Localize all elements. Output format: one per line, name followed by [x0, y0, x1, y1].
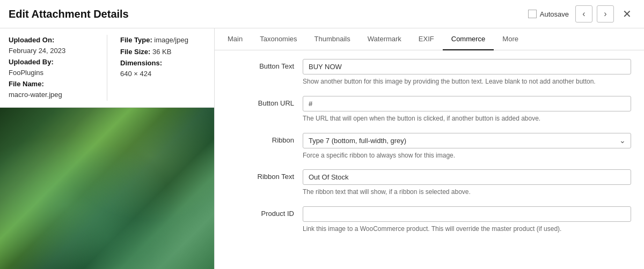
autosave-label: Autosave	[540, 10, 569, 18]
uploaded-by-row: Uploaded By: FooPlugins	[9, 57, 94, 78]
file-type-row: File Type: image/jpeg	[120, 35, 206, 46]
ribbon-select[interactable]: None Type 1 Type 2 Type 3 Type 4 Type 5 …	[303, 133, 631, 148]
file-type-label: File Type:	[120, 36, 152, 44]
button-url-wrap: The URL that will open when the button i…	[303, 96, 631, 123]
button-text-hint: Show another button for this image by pr…	[303, 77, 631, 86]
meta-section: Uploaded On: February 24, 2023 Uploaded …	[0, 28, 214, 108]
file-size-value: 36 KB	[152, 48, 171, 56]
form-content: Button Text Show another button for this…	[215, 50, 644, 269]
close-button[interactable]: ✕	[618, 5, 635, 23]
left-panel: Uploaded On: February 24, 2023 Uploaded …	[0, 28, 215, 269]
tab-main[interactable]: Main	[219, 28, 251, 50]
tabs-bar: Main Taxonomies Thumbnails Watermark EXI…	[215, 28, 644, 50]
image-preview	[0, 108, 214, 269]
prev-icon: ‹	[582, 9, 585, 19]
tab-taxonomies[interactable]: Taxonomies	[251, 28, 305, 50]
button-url-hint: The URL that will open when the button i…	[303, 114, 631, 123]
product-id-row: Product ID Link this image to a WooComme…	[228, 206, 631, 234]
page-title: Edit Attachment Details	[9, 8, 129, 20]
image-placeholder	[0, 108, 214, 269]
body-layout: Uploaded On: February 24, 2023 Uploaded …	[0, 28, 644, 269]
button-text-wrap: Show another button for this image by pr…	[303, 59, 631, 86]
tab-more[interactable]: More	[494, 28, 527, 50]
file-size-row: File Size: 36 KB	[120, 47, 206, 57]
ribbon-text-row: Ribbon Text The ribbon text that will sh…	[228, 169, 631, 197]
ribbon-hint: Force a specific ribbon to always show f…	[303, 151, 631, 160]
ribbon-row: Ribbon None Type 1 Type 2 Type 3 Type 4 …	[228, 133, 631, 160]
uploaded-on-value: February 24, 2023	[9, 47, 65, 55]
ribbon-label: Ribbon	[228, 133, 303, 144]
file-size-label: File Size:	[120, 48, 150, 56]
button-text-row: Button Text Show another button for this…	[228, 59, 631, 86]
meta-divider	[107, 35, 107, 101]
product-id-label: Product ID	[228, 206, 303, 218]
tab-watermark[interactable]: Watermark	[359, 28, 410, 50]
ribbon-select-wrap: None Type 1 Type 2 Type 3 Type 4 Type 5 …	[303, 133, 631, 148]
next-button[interactable]: ›	[597, 5, 614, 23]
ribbon-text-hint: The ribbon text that will show, if a rib…	[303, 188, 631, 197]
meta-right: File Type: image/jpeg File Size: 36 KB D…	[120, 35, 206, 101]
image-overlay	[0, 108, 214, 269]
dimensions-label: Dimensions:	[120, 59, 162, 67]
autosave-checkbox[interactable]	[528, 10, 537, 18]
right-panel: Main Taxonomies Thumbnails Watermark EXI…	[215, 28, 644, 269]
button-url-input[interactable]	[303, 96, 631, 111]
meta-left: Uploaded On: February 24, 2023 Uploaded …	[9, 35, 94, 101]
uploaded-by-label: Uploaded By:	[9, 58, 54, 66]
button-url-label: Button URL	[228, 96, 303, 107]
file-type-value: image/jpeg	[154, 36, 188, 44]
ribbon-text-input[interactable]	[303, 169, 631, 185]
close-icon: ✕	[623, 8, 632, 20]
prev-button[interactable]: ‹	[575, 5, 592, 23]
button-text-input[interactable]	[303, 59, 631, 74]
ribbon-text-label: Ribbon Text	[228, 169, 303, 181]
ribbon-text-wrap: The ribbon text that will show, if a rib…	[303, 169, 631, 197]
autosave-wrapper: Autosave	[528, 10, 569, 18]
uploaded-by-value: FooPlugins	[9, 69, 43, 77]
button-url-row: Button URL The URL that will open when t…	[228, 96, 631, 123]
tab-thumbnails[interactable]: Thumbnails	[306, 28, 359, 50]
header: Edit Attachment Details Autosave ‹ › ✕	[0, 0, 644, 28]
uploaded-on-label: Uploaded On:	[9, 36, 54, 44]
ribbon-wrap: None Type 1 Type 2 Type 3 Type 4 Type 5 …	[303, 133, 631, 160]
product-id-hint: Link this image to a WooCommerce product…	[303, 225, 631, 234]
header-controls: Autosave ‹ › ✕	[528, 5, 635, 23]
file-name-label: File Name:	[9, 80, 44, 88]
dimensions-row: Dimensions: 640 × 424	[120, 58, 206, 79]
button-text-label: Button Text	[228, 59, 303, 70]
tab-commerce[interactable]: Commerce	[443, 28, 494, 50]
file-name-value: macro-water.jpeg	[9, 91, 62, 99]
file-name-row: File Name: macro-water.jpeg	[9, 79, 94, 100]
tab-exif[interactable]: EXIF	[410, 28, 443, 50]
dimensions-value: 640 × 424	[120, 70, 151, 78]
next-icon: ›	[604, 9, 606, 19]
product-id-input[interactable]	[303, 206, 631, 222]
uploaded-on-row: Uploaded On: February 24, 2023	[9, 35, 94, 56]
product-id-wrap: Link this image to a WooCommerce product…	[303, 206, 631, 234]
